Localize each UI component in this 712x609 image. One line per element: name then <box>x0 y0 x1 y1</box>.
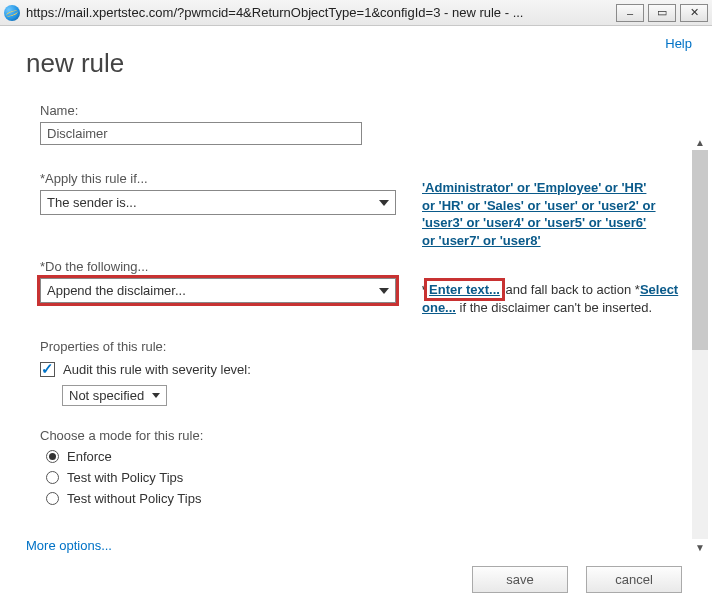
apply-if-summary-block: 'Administrator' or 'Employee' or 'HR' or… <box>422 179 662 249</box>
name-label: Name: <box>40 103 686 118</box>
help-link[interactable]: Help <box>665 36 692 51</box>
scroll-up-icon[interactable]: ▲ <box>692 134 708 150</box>
sender-list-link[interactable]: 'Administrator' or 'Employee' or 'HR' or… <box>422 180 656 248</box>
name-input[interactable] <box>40 122 362 145</box>
scroll-thumb[interactable] <box>692 150 708 350</box>
action-mid-text: and fall back to action * <box>502 282 640 297</box>
chevron-down-icon <box>379 288 389 294</box>
chevron-down-icon <box>152 393 160 398</box>
audit-row: Audit this rule with severity level: <box>40 362 686 377</box>
mode-enforce-row: Enforce <box>46 449 686 464</box>
mode-test-tips-radio[interactable] <box>46 471 59 484</box>
page-title: new rule <box>26 48 686 79</box>
content-area: Help new rule Name: *Apply this rule if.… <box>0 26 712 609</box>
properties-label: Properties of this rule: <box>40 339 686 354</box>
minimize-button[interactable]: – <box>616 4 644 22</box>
mode-enforce-radio[interactable] <box>46 450 59 463</box>
audit-checkbox[interactable] <box>40 362 55 377</box>
close-button[interactable]: ✕ <box>680 4 708 22</box>
audit-label: Audit this rule with severity level: <box>63 362 251 377</box>
severity-select[interactable]: Not specified <box>62 385 167 406</box>
mode-test-tips-label: Test with Policy Tips <box>67 470 183 485</box>
ie-icon <box>4 5 20 21</box>
form-area: Name: *Apply this rule if... The sender … <box>26 103 686 533</box>
mode-enforce-label: Enforce <box>67 449 112 464</box>
mode-test-no-tips-label: Test without Policy Tips <box>67 491 201 506</box>
do-following-select[interactable]: Append the disclaimer... <box>40 278 396 303</box>
more-options-link[interactable]: More options... <box>26 538 112 553</box>
apply-if-value: The sender is... <box>47 195 137 210</box>
mode-label: Choose a mode for this rule: <box>40 428 686 443</box>
scroll-down-icon[interactable]: ▼ <box>692 539 708 555</box>
chevron-down-icon <box>379 200 389 206</box>
do-following-value: Append the disclaimer... <box>47 283 186 298</box>
action-tail-text: if the disclaimer can't be inserted. <box>456 300 652 315</box>
mode-test-no-tips-radio[interactable] <box>46 492 59 505</box>
action-summary-block: *Enter text... and fall back to action *… <box>422 281 682 316</box>
enter-text-link[interactable]: Enter text... <box>427 281 502 298</box>
mode-test-no-tips-row: Test without Policy Tips <box>46 491 686 506</box>
button-bar: save cancel <box>472 566 682 593</box>
mode-test-tips-row: Test with Policy Tips <box>46 470 686 485</box>
window-title: https://mail.xpertstec.com/?pwmcid=4&Ret… <box>26 5 612 20</box>
do-following-label: *Do the following... <box>40 259 686 274</box>
maximize-button[interactable]: ▭ <box>648 4 676 22</box>
severity-value: Not specified <box>69 388 144 403</box>
apply-if-select[interactable]: The sender is... <box>40 190 396 215</box>
save-button[interactable]: save <box>472 566 568 593</box>
cancel-button[interactable]: cancel <box>586 566 682 593</box>
window-controls: – ▭ ✕ <box>612 4 708 22</box>
window-titlebar: https://mail.xpertstec.com/?pwmcid=4&Ret… <box>0 0 712 26</box>
